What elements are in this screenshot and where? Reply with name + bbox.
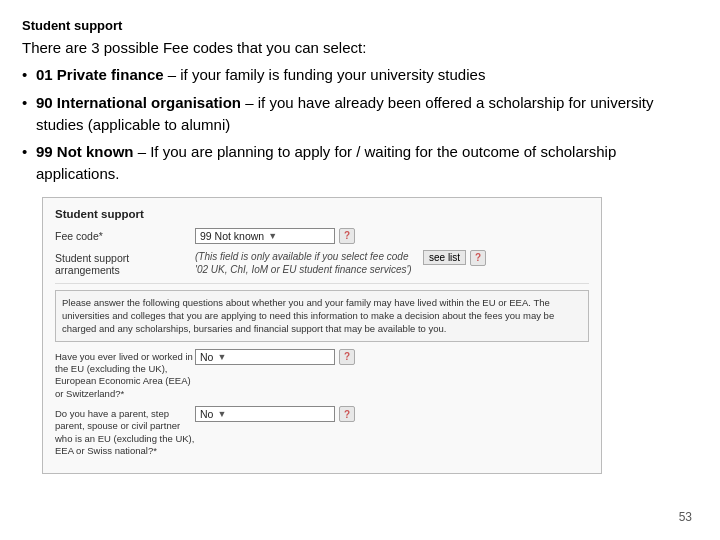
parent-question-row: Do you have a parent, step parent, spous… — [55, 406, 589, 457]
support-arrangements-control: (This field is only available if you sel… — [195, 250, 589, 277]
bullet-bold-3: 99 Not known — [36, 143, 134, 160]
list-item: 99 Not known – If you are planning to ap… — [22, 141, 698, 185]
eu-dropdown-arrow-icon: ▼ — [217, 352, 226, 362]
bullet-text-1: – if your family is funding your univers… — [164, 66, 486, 83]
eu-question-label: Have you ever lived or worked in the EU … — [55, 349, 195, 400]
parent-answer-control: No ▼ ? — [195, 406, 589, 422]
eu-answer-control: No ▼ ? — [195, 349, 589, 365]
eu-answer-value: No — [200, 351, 213, 363]
notice-box: Please answer the following questions ab… — [55, 290, 589, 342]
support-arrangements-help-button[interactable]: ? — [470, 250, 486, 266]
parent-question-label: Do you have a parent, step parent, spous… — [55, 406, 195, 457]
support-arrangements-label: Student support arrangements — [55, 250, 195, 276]
parent-answer-value: No — [200, 408, 213, 420]
see-list-button[interactable]: see list — [423, 250, 466, 265]
bullet-list: 01 Private finance – if your family is f… — [22, 64, 698, 185]
support-arrangements-info: (This field is only available if you sel… — [195, 250, 415, 277]
section-title: Student support — [22, 18, 698, 33]
parent-answer-select[interactable]: No ▼ — [195, 406, 335, 422]
bullet-bold-2: 90 International organisation — [36, 94, 241, 111]
form-divider — [55, 283, 589, 284]
dropdown-arrow-icon: ▼ — [268, 231, 277, 241]
eu-answer-select[interactable]: No ▼ — [195, 349, 335, 365]
bullet-bold-1: 01 Private finance — [36, 66, 164, 83]
fee-code-label: Fee code* — [55, 228, 195, 242]
parent-dropdown-arrow-icon: ▼ — [217, 409, 226, 419]
fee-code-control: 99 Not known ▼ ? — [195, 228, 589, 244]
form-screenshot: Student support Fee code* 99 Not known ▼… — [42, 197, 602, 475]
fee-code-value: 99 Not known — [200, 230, 264, 242]
fee-code-help-button[interactable]: ? — [339, 228, 355, 244]
fee-code-select[interactable]: 99 Not known ▼ — [195, 228, 335, 244]
page-number: 53 — [679, 510, 692, 524]
form-screenshot-title: Student support — [55, 208, 589, 220]
parent-help-button[interactable]: ? — [339, 406, 355, 422]
intro-text: There are 3 possible Fee codes that you … — [22, 39, 698, 56]
fee-code-row: Fee code* 99 Not known ▼ ? — [55, 228, 589, 244]
support-arrangements-row: Student support arrangements (This field… — [55, 250, 589, 277]
eu-question-row: Have you ever lived or worked in the EU … — [55, 349, 589, 400]
list-item: 01 Private finance – if your family is f… — [22, 64, 698, 86]
list-item: 90 International organisation – if you h… — [22, 92, 698, 136]
eu-help-button[interactable]: ? — [339, 349, 355, 365]
